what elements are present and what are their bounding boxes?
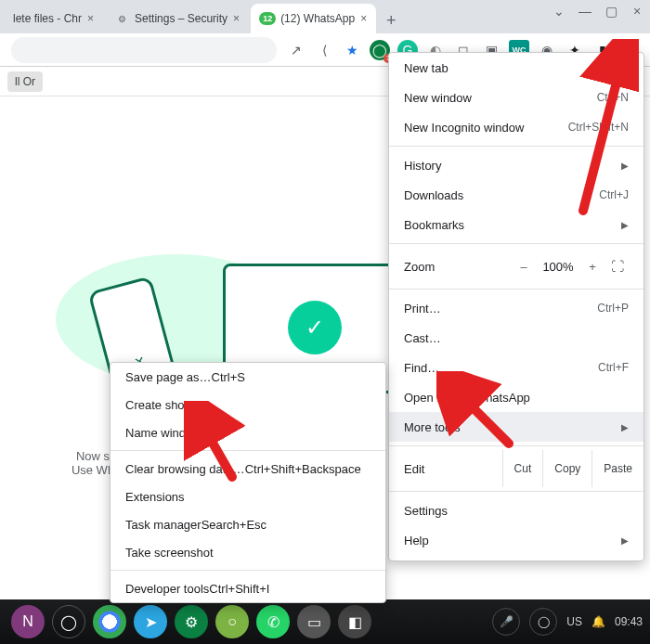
browser-tabstrip: lete files - Chr × ⚙ Settings – Security… bbox=[0, 0, 650, 33]
menu-bookmarks[interactable]: Bookmarks▶ bbox=[389, 210, 644, 239]
tray-clock[interactable]: 09:43 bbox=[615, 615, 643, 628]
close-icon[interactable]: × bbox=[233, 12, 240, 25]
chrome-window-controls: ⌄ — ▢ × bbox=[550, 4, 646, 19]
tab-delete-files[interactable]: lete files - Chr × bbox=[4, 4, 103, 33]
submenu-create-shortcut[interactable]: Create shortcut… bbox=[110, 391, 385, 419]
system-tray: 🎤 ◯ US 🔔 09:43 bbox=[492, 608, 643, 636]
fullscreen-icon[interactable]: ⛶ bbox=[606, 259, 629, 274]
tray-mic-icon[interactable]: 🎤 bbox=[492, 608, 520, 636]
menu-new-window[interactable]: New windowCtrl+N bbox=[389, 83, 644, 112]
app-icon[interactable]: ⚙ bbox=[175, 605, 208, 638]
copy-button[interactable]: Copy bbox=[542, 450, 592, 487]
zoom-value: 100% bbox=[538, 260, 578, 274]
extension-icon[interactable]: ◯ bbox=[370, 40, 390, 60]
close-icon[interactable]: × bbox=[360, 12, 367, 25]
submenu-take-screenshot[interactable]: Take screenshot bbox=[110, 538, 385, 566]
menu-settings[interactable]: Settings bbox=[389, 496, 644, 525]
menu-zoom-row: Zoom – 100% + ⛶ bbox=[389, 248, 644, 285]
bookmark-star-icon[interactable]: ★ bbox=[342, 40, 362, 60]
telegram-icon[interactable]: ➤ bbox=[134, 605, 167, 638]
menu-edit-row: Edit Cut Copy Paste bbox=[389, 450, 644, 487]
menu-new-tab[interactable]: New tab bbox=[389, 53, 644, 83]
submenu-clear-browsing-data[interactable]: Clear browsing data…Ctrl+Shift+Backspace bbox=[110, 455, 385, 483]
bookmark-item[interactable]: ll Or bbox=[7, 71, 43, 92]
tab-whatsapp[interactable]: 12 (12) WhatsApp × bbox=[251, 4, 376, 33]
tray-stop-icon[interactable]: ◯ bbox=[529, 608, 557, 636]
chevron-down-icon[interactable]: ⌄ bbox=[550, 4, 568, 19]
submenu-task-manager[interactable]: Task managerSearch+Esc bbox=[110, 510, 385, 538]
whatsapp-app-icon[interactable]: ✆ bbox=[256, 605, 290, 638]
chevron-right-icon: ▶ bbox=[621, 535, 629, 546]
ime-language[interactable]: US bbox=[566, 615, 582, 628]
open-external-icon[interactable]: ↗ bbox=[286, 40, 306, 60]
tab-title: lete files - Chr bbox=[13, 12, 82, 25]
menu-history[interactable]: History▶ bbox=[389, 150, 644, 180]
maximize-icon[interactable]: ▢ bbox=[602, 4, 620, 19]
onenote-icon[interactable]: N bbox=[11, 605, 45, 638]
submenu-name-window[interactable]: Name window… bbox=[110, 419, 385, 446]
menu-more-tools[interactable]: More tools▶ bbox=[389, 412, 644, 442]
tab-settings-security[interactable]: ⚙ Settings – Security × bbox=[105, 4, 249, 33]
chevron-right-icon: ▶ bbox=[621, 422, 629, 432]
address-bar[interactable] bbox=[11, 37, 277, 63]
edit-label: Edit bbox=[389, 462, 502, 476]
chevron-right-icon: ▶ bbox=[621, 161, 629, 171]
notifications-icon[interactable]: 🔔 bbox=[592, 615, 605, 628]
whatsapp-icon: 12 bbox=[260, 11, 275, 26]
app-icon[interactable]: ◧ bbox=[338, 605, 371, 638]
menu-find[interactable]: Find…Ctrl+F bbox=[389, 353, 644, 382]
tab-title: (12) WhatsApp bbox=[280, 12, 355, 25]
menu-help[interactable]: Help▶ bbox=[389, 525, 644, 555]
os-taskbar: N ◯ ➤ ⚙ ○ ✆ ▭ ◧ 🎤 ◯ US 🔔 09:43 bbox=[0, 599, 650, 644]
cut-button[interactable]: Cut bbox=[502, 450, 543, 487]
minimize-icon[interactable]: — bbox=[576, 4, 594, 19]
chevron-right-icon: ▶ bbox=[621, 220, 629, 230]
tab-title: Settings – Security bbox=[135, 12, 228, 25]
zoom-in-button[interactable]: + bbox=[578, 260, 606, 274]
zoom-label: Zoom bbox=[404, 260, 510, 274]
submenu-extensions[interactable]: Extensions bbox=[110, 483, 385, 510]
chrome-main-menu: New tab New windowCtrl+N New Incognito w… bbox=[388, 52, 644, 561]
more-tools-submenu: Save page as…Ctrl+S Create shortcut… Nam… bbox=[110, 362, 386, 603]
menu-open-in-app[interactable]: Open in (12) WhatsApp bbox=[389, 382, 644, 412]
settings-gear-icon: ⚙ bbox=[114, 11, 129, 26]
menu-downloads[interactable]: DownloadsCtrl+J bbox=[389, 180, 644, 210]
submenu-developer-tools[interactable]: Developer toolsCtrl+Shift+I bbox=[110, 574, 385, 602]
share-icon[interactable]: ⟨ bbox=[314, 40, 334, 60]
close-window-icon[interactable]: × bbox=[628, 4, 646, 19]
menu-print[interactable]: Print…Ctrl+P bbox=[389, 293, 644, 323]
launcher-icon[interactable]: ◯ bbox=[52, 605, 85, 638]
menu-new-incognito[interactable]: New Incognito windowCtrl+Shift+N bbox=[389, 112, 644, 142]
chrome-icon[interactable] bbox=[93, 605, 126, 638]
app-icon[interactable]: ▭ bbox=[297, 605, 331, 638]
submenu-save-page[interactable]: Save page as…Ctrl+S bbox=[110, 363, 385, 391]
app-icon[interactable]: ○ bbox=[215, 605, 249, 638]
menu-cast[interactable]: Cast… bbox=[389, 323, 644, 353]
paste-button[interactable]: Paste bbox=[592, 450, 644, 487]
zoom-out-button[interactable]: – bbox=[510, 260, 538, 274]
new-tab-button[interactable]: + bbox=[378, 7, 404, 33]
close-icon[interactable]: × bbox=[87, 12, 94, 25]
